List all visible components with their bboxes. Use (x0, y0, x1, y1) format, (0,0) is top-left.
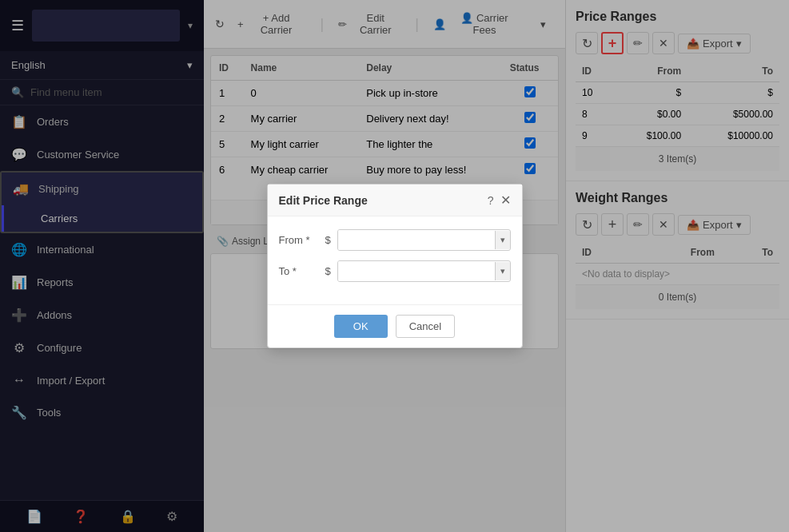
from-input-arrow[interactable]: ▾ (495, 231, 510, 249)
modal-title: Edit Price Range (279, 194, 368, 207)
modal-footer: OK Cancel (268, 304, 522, 347)
edit-price-range-modal: Edit Price Range ? ✕ From * $ ▾ To * $ (267, 184, 523, 348)
from-currency: $ (325, 234, 331, 246)
to-label: To * (279, 265, 319, 277)
from-input[interactable] (338, 230, 495, 250)
modal-overlay: Edit Price Range ? ✕ From * $ ▾ To * $ (0, 0, 789, 532)
modal-header: Edit Price Range ? ✕ (268, 185, 522, 216)
to-row: To * $ ▾ (279, 260, 511, 282)
to-input-arrow[interactable]: ▾ (495, 262, 510, 280)
modal-header-icons: ? ✕ (488, 193, 511, 208)
modal-help-icon[interactable]: ? (488, 194, 494, 207)
to-input[interactable] (338, 261, 495, 281)
from-label: From * (279, 234, 319, 246)
to-currency: $ (325, 265, 331, 277)
modal-body: From * $ ▾ To * $ ▾ (268, 216, 522, 304)
ok-button[interactable]: OK (334, 315, 388, 338)
from-input-wrap: ▾ (337, 229, 511, 251)
from-row: From * $ ▾ (279, 229, 511, 251)
cancel-button[interactable]: Cancel (396, 315, 455, 338)
modal-close-icon[interactable]: ✕ (500, 193, 511, 208)
to-input-wrap: ▾ (337, 260, 511, 282)
